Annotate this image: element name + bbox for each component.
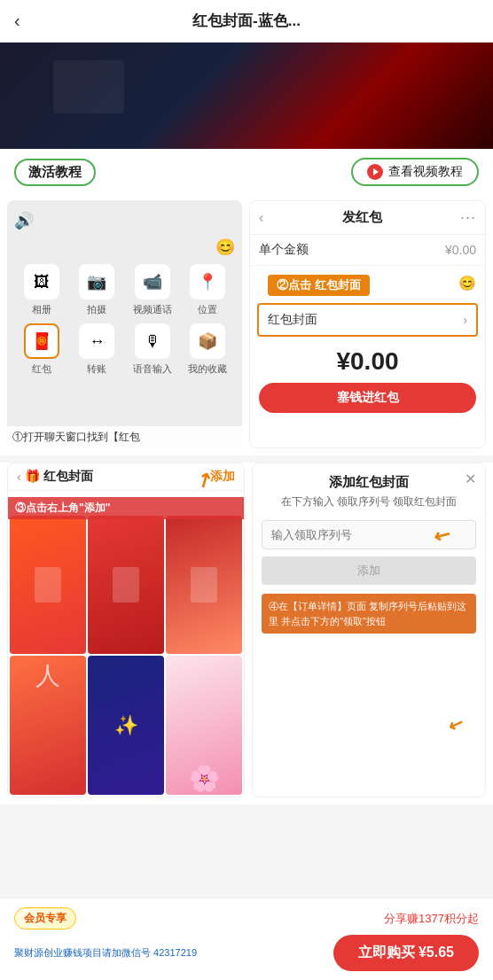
bottom-actions: 聚财源创业赚钱项目请加微信号 42317219 立即购买 ¥5.65 bbox=[14, 935, 479, 971]
step4-label: ④在【订单详情】页面 复制序列号后粘贴到这里 并点击下方的"领取"按钮 bbox=[262, 594, 476, 634]
chat-grid: 🖼 相册 📷 拍摄 📹 视频通话 📍 位置 bbox=[14, 264, 235, 376]
hb-header: ‹ 发红包 ··· bbox=[250, 201, 485, 235]
hb-dots: ··· bbox=[460, 208, 476, 227]
contact-text: 聚财源创业赚钱项目请加微信号 42317219 bbox=[14, 946, 197, 960]
add-cover-submit-btn[interactable]: 添加 bbox=[262, 556, 476, 585]
emoji-smile: 😊 bbox=[458, 275, 476, 292]
chat-item-video[interactable]: 📹 视频通话 bbox=[129, 264, 176, 316]
camera-label: 拍摄 bbox=[87, 303, 106, 316]
bottom-bar-top: 会员专享 分享赚1377积分起 bbox=[14, 907, 479, 929]
gallery-title: 🎁 红包封面 bbox=[25, 469, 93, 485]
jihuo-label: 激活教程 bbox=[14, 159, 96, 186]
step2-badge: ②点击 红包封面 bbox=[268, 275, 370, 296]
voice-icon: 🎙 bbox=[135, 323, 170, 359]
location-label: 位置 bbox=[198, 303, 217, 316]
album-label: 相册 bbox=[32, 303, 51, 316]
gallery-grid: 🌸 bbox=[8, 514, 244, 797]
fav-icon: 📦 bbox=[190, 323, 225, 359]
hongbao-label: 红包 bbox=[32, 362, 51, 376]
step3-label: ③点击右上角"添加" bbox=[8, 497, 244, 519]
transfer-icon: ↔ bbox=[79, 323, 114, 359]
add-cover-title: 添加红包封面 bbox=[262, 474, 476, 491]
arrow-to-submit: ↙ bbox=[445, 712, 466, 736]
voice-label: 语音输入 bbox=[133, 362, 172, 376]
video-label-text: 查看视频教程 bbox=[388, 164, 463, 180]
hongbao-icon: 🧧 bbox=[24, 323, 59, 359]
audio-icon: 🔊 bbox=[14, 211, 235, 230]
chat-item-voice[interactable]: 🎙 语音输入 bbox=[129, 323, 176, 376]
video-icon: 📹 bbox=[135, 264, 170, 299]
emoji-face: 😊 bbox=[215, 237, 235, 257]
add-cover-section: ‹ 🎁 红包封面 添加 ③点击右上角"添加" ↗ bbox=[0, 463, 493, 805]
back-button[interactable]: ‹ bbox=[14, 11, 20, 31]
close-icon[interactable]: ✕ bbox=[465, 471, 476, 487]
hb-envelope-row[interactable]: 红包封面 › bbox=[257, 303, 478, 337]
two-col-section: 🔊 😊 🖼 相册 📷 拍摄 📹 视频通话 bbox=[0, 200, 493, 455]
hb-envelope-arrow: › bbox=[463, 313, 467, 327]
chat-item-camera[interactable]: 📷 拍摄 bbox=[73, 264, 121, 316]
chat-item-transfer[interactable]: ↔ 转账 bbox=[73, 323, 121, 376]
buy-button[interactable]: 立即购买 ¥5.65 bbox=[333, 935, 479, 971]
cover-gallery: ‹ 🎁 红包封面 添加 ③点击右上角"添加" ↗ bbox=[7, 463, 245, 797]
hb-title: 发红包 bbox=[342, 209, 382, 226]
hb-envelope-label: 红包封面 bbox=[268, 312, 317, 328]
transfer-label: 转账 bbox=[87, 362, 106, 376]
hb-send-btn[interactable]: 塞钱进红包 bbox=[259, 383, 476, 413]
gallery-item-4[interactable] bbox=[10, 656, 86, 794]
chat-panel: 🔊 😊 🖼 相册 📷 拍摄 📹 视频通话 bbox=[7, 200, 242, 448]
add-cover-subtitle: 在下方输入 领取序列号 领取红包封面 bbox=[262, 494, 476, 509]
location-icon: 📍 bbox=[190, 264, 225, 299]
header: ‹ 红包封面-蓝色... bbox=[0, 0, 493, 43]
chat-item-location[interactable]: 📍 位置 bbox=[184, 264, 231, 316]
vip-badge: 会员专享 bbox=[14, 907, 76, 929]
chat-item-album[interactable]: 🖼 相册 bbox=[18, 264, 66, 316]
add-cover-form: ✕ 添加红包封面 在下方输入 领取序列号 领取红包封面 ↙ 添加 ↙ ④在【订单… bbox=[252, 463, 486, 797]
hongbao-panel: ‹ 发红包 ··· 单个金额 ¥0.00 ②点击 红包封面 😊 红包封面 › ¥… bbox=[249, 200, 486, 448]
chat-item-hongbao[interactable]: 🧧 红包 bbox=[18, 323, 66, 376]
gallery-item-2[interactable] bbox=[88, 516, 164, 654]
share-earn-label: 分享赚1377积分起 bbox=[384, 911, 479, 927]
page-title: 红包封面-蓝色... bbox=[192, 11, 301, 31]
gallery-back: ‹ bbox=[17, 470, 21, 484]
tutorial-labels: 激活教程 查看视频教程 bbox=[14, 158, 479, 186]
hb-amount-label: 单个金额 bbox=[259, 242, 309, 258]
gallery-item-1[interactable] bbox=[10, 516, 86, 654]
hb-amount-display: ¥0.00 bbox=[250, 340, 485, 383]
video-label-chat: 视频通话 bbox=[133, 303, 172, 316]
bottom-bar: 会员专享 分享赚1377积分起 聚财源创业赚钱项目请加微信号 42317219 … bbox=[0, 898, 493, 980]
video-label[interactable]: 查看视频教程 bbox=[351, 158, 479, 186]
camera-icon: 📷 bbox=[79, 264, 114, 299]
fav-label: 我的收藏 bbox=[188, 362, 227, 376]
hero-image bbox=[0, 43, 493, 149]
gallery-item-5[interactable] bbox=[88, 656, 164, 794]
gallery-item-3[interactable] bbox=[166, 516, 242, 654]
hb-amount-row: 单个金额 ¥0.00 bbox=[250, 235, 485, 266]
album-icon: 🖼 bbox=[24, 264, 59, 299]
step1-label: ①打开聊天窗口找到【红包 bbox=[7, 426, 242, 448]
play-icon bbox=[367, 164, 383, 180]
gallery-item-6[interactable]: 🌸 bbox=[166, 656, 242, 794]
hb-amount-value: ¥0.00 bbox=[445, 243, 476, 257]
hb-back-arrow: ‹ bbox=[259, 210, 263, 226]
chat-item-fav[interactable]: 📦 我的收藏 bbox=[184, 323, 231, 376]
